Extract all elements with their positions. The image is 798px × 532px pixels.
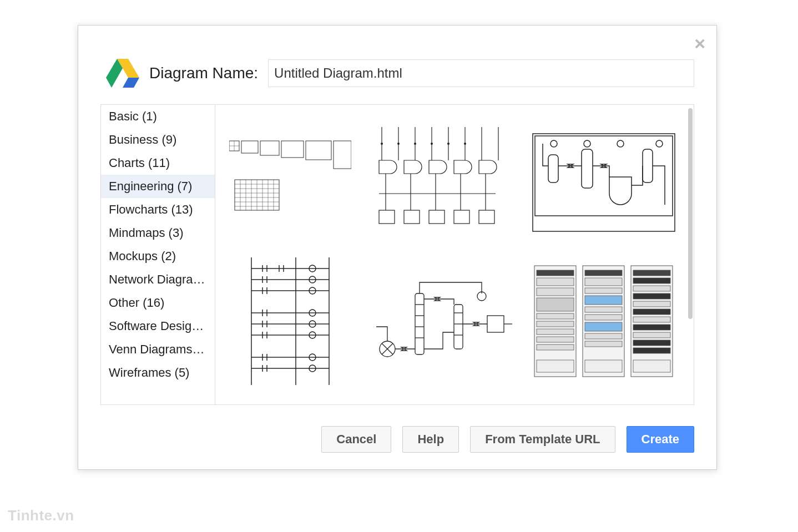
svg-rect-59: [643, 149, 653, 183]
template-gallery-wrap: [215, 105, 694, 404]
sidebar-item-5[interactable]: Mindmaps (3): [101, 221, 215, 245]
template-tile-ladder[interactable]: [226, 260, 354, 382]
sidebar-item-8[interactable]: Other (16): [101, 291, 215, 315]
sidebar-item-2[interactable]: Charts (11): [101, 151, 215, 175]
svg-point-51: [414, 143, 416, 145]
template-gallery: [215, 105, 687, 404]
svg-rect-143: [633, 270, 670, 276]
svg-point-49: [381, 143, 383, 145]
svg-rect-145: [633, 286, 670, 291]
svg-rect-39: [404, 210, 420, 224]
template-tile-logic-circuit[interactable]: [371, 121, 515, 244]
svg-rect-151: [633, 332, 670, 338]
svg-rect-153: [633, 348, 670, 353]
sidebar-item-10[interactable]: Venn Diagrams (2): [101, 338, 215, 361]
svg-point-63: [656, 140, 663, 147]
svg-rect-141: [585, 341, 622, 347]
template-tile-process-flow[interactable]: [371, 260, 515, 382]
svg-rect-8: [334, 141, 351, 169]
svg-point-54: [464, 143, 466, 145]
dialog-footer: Cancel Help From Template URL Create: [321, 426, 694, 453]
category-sidebar: Basic (1)Business (9)Charts (11)Engineer…: [101, 105, 215, 404]
svg-rect-147: [633, 301, 670, 307]
svg-rect-152: [633, 340, 670, 346]
svg-rect-124: [537, 278, 574, 286]
svg-rect-138: [585, 315, 622, 320]
gallery-scrollbar[interactable]: [688, 108, 693, 319]
sidebar-item-4[interactable]: Flowcharts (13): [101, 198, 215, 221]
svg-rect-56: [535, 136, 673, 216]
svg-rect-149: [633, 317, 670, 322]
svg-rect-134: [585, 278, 622, 286]
diagram-name-input[interactable]: [268, 59, 694, 87]
svg-rect-40: [429, 210, 445, 224]
dialog-header: Diagram Name:: [78, 26, 716, 104]
svg-rect-7: [306, 141, 331, 160]
sidebar-item-3[interactable]: Engineering (7): [101, 175, 215, 198]
sidebar-item-11[interactable]: Wireframes (5): [101, 361, 215, 384]
svg-rect-4: [241, 141, 258, 153]
svg-rect-133: [585, 270, 622, 276]
dialog-body: Basic (1)Business (9)Charts (11)Engineer…: [100, 104, 694, 405]
svg-rect-41: [454, 210, 469, 224]
svg-rect-115: [487, 316, 504, 332]
svg-rect-144: [633, 278, 670, 283]
svg-rect-139: [585, 322, 622, 331]
template-tile-pid[interactable]: [532, 121, 676, 244]
watermark-text: Tinhte.vn: [8, 507, 74, 524]
google-drive-icon: [106, 59, 139, 88]
svg-rect-154: [633, 360, 670, 372]
template-tile-rack[interactable]: [532, 260, 676, 382]
sidebar-item-7[interactable]: Network Diagram…: [101, 268, 215, 291]
close-icon[interactable]: ×: [694, 34, 705, 53]
svg-rect-137: [585, 307, 622, 312]
template-tile-tables[interactable]: [226, 121, 354, 244]
svg-rect-130: [537, 337, 574, 342]
svg-rect-42: [479, 210, 494, 224]
help-button[interactable]: Help: [402, 426, 459, 453]
svg-rect-148: [633, 309, 670, 315]
svg-rect-126: [537, 298, 574, 311]
create-button[interactable]: Create: [627, 426, 694, 453]
new-diagram-dialog: × Diagram Name: Basic (1)Business (9)Cha…: [78, 25, 717, 470]
svg-rect-58: [582, 149, 593, 188]
svg-rect-146: [633, 293, 670, 299]
from-template-url-button[interactable]: From Template URL: [470, 426, 615, 453]
svg-point-62: [617, 140, 624, 147]
sidebar-item-9[interactable]: Software Design (…: [101, 315, 215, 338]
svg-rect-127: [537, 313, 574, 319]
svg-rect-128: [537, 321, 574, 327]
svg-rect-129: [537, 329, 574, 335]
svg-point-61: [584, 140, 590, 147]
sidebar-item-1[interactable]: Business (9): [101, 128, 215, 151]
svg-point-53: [447, 143, 449, 145]
diagram-name-label: Diagram Name:: [149, 64, 258, 82]
svg-rect-6: [281, 141, 304, 158]
svg-rect-135: [585, 288, 622, 293]
svg-rect-38: [379, 210, 395, 224]
svg-point-50: [397, 143, 400, 145]
svg-rect-150: [633, 325, 670, 330]
svg-rect-142: [585, 360, 622, 372]
svg-rect-131: [537, 344, 574, 350]
svg-rect-5: [260, 141, 279, 155]
cancel-button[interactable]: Cancel: [321, 426, 391, 453]
svg-marker-1: [123, 78, 139, 88]
svg-rect-106: [415, 293, 424, 354]
svg-rect-111: [454, 305, 463, 349]
svg-rect-140: [585, 333, 622, 339]
svg-point-52: [431, 143, 433, 145]
sidebar-item-0[interactable]: Basic (1): [101, 105, 215, 128]
svg-rect-136: [585, 296, 622, 305]
svg-rect-125: [537, 288, 574, 296]
sidebar-item-6[interactable]: Mockups (2): [101, 245, 215, 268]
svg-rect-123: [537, 270, 574, 276]
svg-rect-57: [548, 155, 558, 183]
svg-rect-132: [537, 360, 574, 372]
svg-point-60: [550, 140, 557, 147]
